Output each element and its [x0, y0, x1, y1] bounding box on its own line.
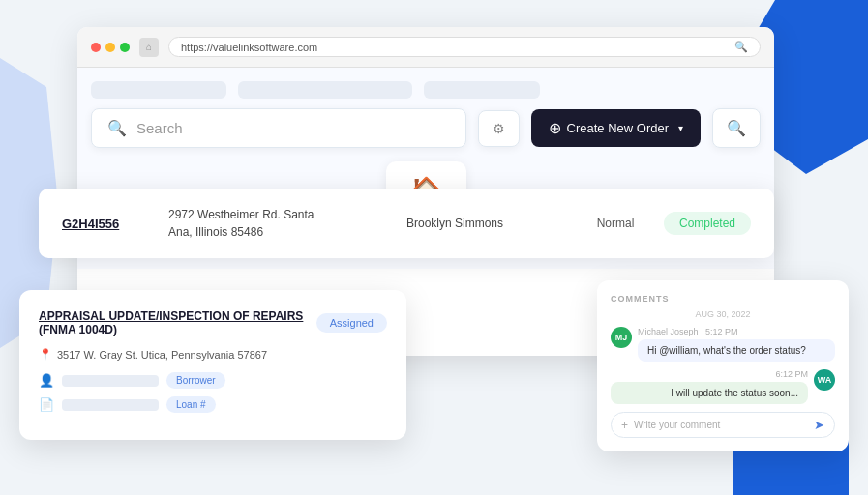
detail-title: APPRAISAL UPDATE/INSPECTION OF REPAIRS (…	[39, 309, 305, 336]
comment-bubble-2: I will update the status soon...	[611, 382, 808, 404]
search-bar-row: 🔍 Search ⚙ ⊕ Create New Order ▾ 🔍	[91, 108, 761, 148]
minimize-dot[interactable]	[105, 43, 115, 52]
skeleton-row-1	[91, 81, 761, 99]
order-id[interactable]: G2H4I556	[62, 217, 168, 231]
url-text: https://valuelinksoftware.com	[181, 42, 317, 53]
search-icon-button[interactable]: 🔍	[712, 108, 761, 148]
comment-meta-2: 6:12 PM	[611, 369, 808, 379]
filter-icon[interactable]: ⚙	[478, 110, 520, 147]
order-status-badge: Completed	[664, 212, 751, 235]
address-line2: Ana, Illinois 85486	[168, 225, 263, 239]
comment-author-1: Michael Joseph	[638, 327, 699, 336]
comment-meta-1: Michael Joseph 5:12 PM	[638, 327, 835, 336]
skeleton-bar	[424, 81, 540, 99]
address-line1: 2972 Westheimer Rd. Santa	[168, 208, 314, 221]
browser-search-icon: 🔍	[734, 41, 748, 53]
borrower-field-row: 👤 Borrower	[39, 372, 387, 389]
loan-badge: Loan #	[166, 396, 216, 413]
order-row-card: G2H4I556 2972 Westheimer Rd. Santa Ana, …	[39, 189, 774, 258]
address-text: 3517 W. Gray St. Utica, Pennsylvania 578…	[57, 349, 267, 361]
maximize-dot[interactable]	[120, 43, 130, 52]
browser-dots	[91, 43, 130, 52]
comment-time-2: 6:12 PM	[775, 369, 808, 379]
status-badge-assigned: Assigned	[316, 313, 387, 333]
loan-skeleton	[62, 399, 159, 411]
borrower-skeleton	[62, 375, 159, 387]
plus-comment-icon: +	[621, 419, 628, 432]
document-icon: 📄	[39, 397, 54, 412]
skeleton-bar	[91, 81, 226, 99]
search-bar[interactable]: 🔍 Search	[91, 108, 466, 148]
borrower-badge: Borrower	[166, 372, 225, 389]
comments-date: AUG 30, 2022	[611, 309, 835, 319]
order-address: 2972 Westheimer Rd. Santa Ana, Illinois …	[168, 206, 343, 241]
comment-time-1: 5:12 PM	[705, 327, 738, 336]
detail-address: 📍 3517 W. Gray St. Utica, Pennsylvania 5…	[39, 348, 387, 361]
send-comment-button[interactable]: ➤	[814, 418, 824, 432]
person-icon: 👤	[39, 373, 54, 388]
create-new-order-button[interactable]: ⊕ Create New Order ▾	[531, 109, 701, 147]
comment-input-placeholder: Write your comment	[634, 420, 808, 430]
browser-chrome: ⌂ https://valuelinksoftware.com 🔍	[77, 27, 774, 68]
plus-icon: ⊕	[549, 119, 561, 137]
comment-bubble-1: Hi @william, what's the order status?	[638, 339, 835, 362]
chevron-down-icon: ▾	[678, 123, 683, 133]
home-icon[interactable]: ⌂	[139, 38, 159, 57]
comment-input-row[interactable]: + Write your comment ➤	[611, 412, 835, 438]
comments-card: COMMENTS AUG 30, 2022 MJ Michael Joseph …	[597, 280, 849, 451]
comment-item-2: WA 6:12 PM I will update the status soon…	[611, 369, 835, 404]
comments-header: COMMENTS	[611, 294, 835, 304]
detail-title-row: APPRAISAL UPDATE/INSPECTION OF REPAIRS (…	[39, 309, 387, 336]
search-bar-text: Search	[136, 120, 183, 136]
loan-field-row: 📄 Loan #	[39, 396, 387, 413]
comment-item-1: MJ Michael Joseph 5:12 PM Hi @william, w…	[611, 327, 835, 362]
close-dot[interactable]	[91, 43, 101, 52]
order-priority: Normal	[567, 217, 664, 230]
url-bar[interactable]: https://valuelinksoftware.com 🔍	[168, 37, 761, 57]
location-icon: 📍	[39, 348, 52, 361]
skeleton-bar	[238, 81, 412, 99]
avatar-wa: WA	[814, 369, 835, 391]
avatar-mj: MJ	[611, 327, 632, 348]
search-bar-icon: 🔍	[107, 119, 127, 137]
detail-card: APPRAISAL UPDATE/INSPECTION OF REPAIRS (…	[19, 290, 406, 440]
order-client: Brooklyn Simmons	[343, 217, 567, 230]
create-order-label: Create New Order	[567, 121, 669, 135]
